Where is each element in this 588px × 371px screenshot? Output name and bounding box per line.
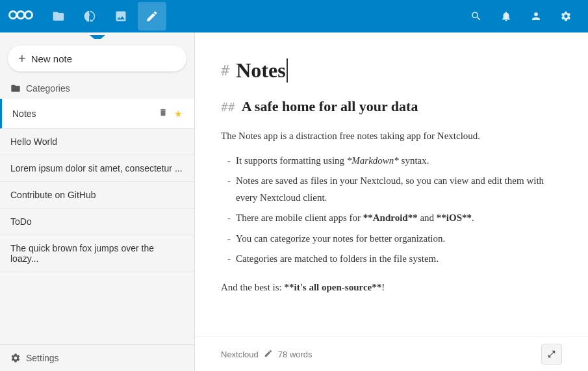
expand-button[interactable] <box>541 344 562 365</box>
activity-nav-icon[interactable] <box>75 2 104 31</box>
list-item-5: - Categories are matched to folders in t… <box>221 251 549 268</box>
italic-text: *Markdown* <box>347 155 399 166</box>
note-item-actions: ★ <box>157 107 184 120</box>
plus-icon: + <box>18 52 26 65</box>
note-item-contribute[interactable]: Contribute on GitHub <box>0 182 194 209</box>
note-item-name: Notes <box>12 109 36 119</box>
categories-label: Categories <box>26 83 70 94</box>
new-note-label: New note <box>31 53 72 64</box>
sidebar: + New note Categories Notes ★ Hello Worl… <box>0 32 195 371</box>
footer-author: Nextcloud <box>221 350 259 359</box>
edit-icon[interactable] <box>264 349 273 360</box>
list-item-1: - It supports formatting using *Markdown… <box>221 153 549 170</box>
note-item-name: The quick brown fox jumps over the loazy… <box>10 243 184 264</box>
sidebar-indicator <box>0 32 194 39</box>
svg-point-5 <box>26 12 31 18</box>
notes-list: Notes ★ Hello World Lorem ipsum dolor si… <box>0 99 194 344</box>
account-icon[interactable] <box>522 2 550 31</box>
h1-prefix: # <box>221 62 229 79</box>
note-item-name: Hello World <box>10 136 57 147</box>
h1-text: Notes <box>236 58 287 83</box>
note-item-name: Lorem ipsum dolor sit amet, consectetur … <box>10 163 183 173</box>
closing-bold: **it's all open-source** <box>285 282 382 292</box>
h2-heading: ## A safe home for all your data <box>221 98 549 115</box>
note-item-fox[interactable]: The quick brown fox jumps over the loazy… <box>0 235 194 272</box>
settings-icon <box>10 353 21 363</box>
files-nav-icon[interactable] <box>44 2 73 31</box>
h2-text: A safe home for all your data <box>242 98 418 115</box>
h2-prefix: ## <box>221 100 235 114</box>
editor-area[interactable]: # Notes ## A safe home for all your data… <box>195 32 588 337</box>
h1-heading: # Notes <box>221 58 549 83</box>
closing-paragraph: And the best is: **it's all open-source*… <box>221 279 549 296</box>
list-item-4: - You can categorize your notes for bett… <box>221 231 549 248</box>
list-item-2: - Notes are saved as files in your Nextc… <box>221 173 549 206</box>
notes-nav-icon[interactable] <box>138 2 166 31</box>
topbar-nav <box>44 2 462 31</box>
svg-point-3 <box>10 12 16 18</box>
notifications-icon[interactable] <box>492 2 520 31</box>
note-item-notes[interactable]: Notes ★ <box>0 99 194 129</box>
new-note-button[interactable]: + New note <box>8 45 186 71</box>
note-item-lorem[interactable]: Lorem ipsum dolor sit amet, consectetur … <box>0 155 194 182</box>
settings-label: Settings <box>26 353 59 363</box>
topbar <box>0 0 588 32</box>
editor-body: The Notes app is a distraction free note… <box>221 128 549 296</box>
editor-footer: Nextcloud 78 words <box>195 337 588 371</box>
topbar-right <box>462 2 580 31</box>
delete-icon[interactable] <box>157 107 169 120</box>
note-item-todo[interactable]: ToDo <box>0 209 194 235</box>
footer-word-count: 78 words <box>278 350 313 359</box>
gear-icon[interactable] <box>552 2 580 31</box>
search-icon[interactable] <box>462 2 491 31</box>
categories-item[interactable]: Categories <box>0 78 194 99</box>
main-layout: + New note Categories Notes ★ Hello Worl… <box>0 32 588 371</box>
content-area: # Notes ## A safe home for all your data… <box>195 32 588 371</box>
note-item-name: ToDo <box>10 216 32 227</box>
logo <box>8 8 34 25</box>
folder-icon <box>10 83 21 94</box>
intro-paragraph: The Notes app is a distraction free note… <box>221 128 549 145</box>
list-item-3: - There are mobile client apps for **And… <box>221 210 549 227</box>
footer-left: Nextcloud 78 words <box>221 349 313 360</box>
photos-nav-icon[interactable] <box>107 2 135 31</box>
note-item-name: Contribute on GitHub <box>10 190 96 200</box>
star-icon[interactable]: ★ <box>173 107 184 120</box>
svg-point-4 <box>18 12 23 18</box>
note-item-hello-world[interactable]: Hello World <box>0 129 194 155</box>
settings-item[interactable]: Settings <box>0 344 194 371</box>
